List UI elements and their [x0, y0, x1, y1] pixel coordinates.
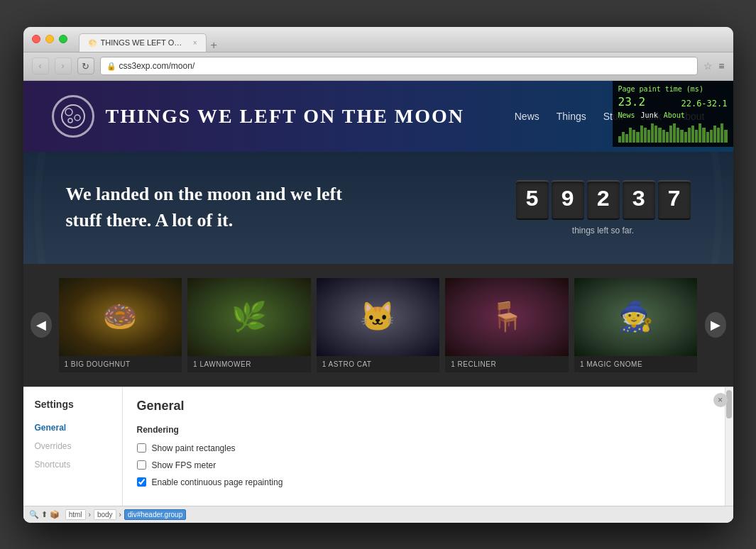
carousel-item-recliner[interactable]: 🪑 1 RECLINER — [445, 278, 569, 372]
tab-close-icon[interactable]: × — [193, 39, 197, 47]
paint-nav-junk[interactable]: Junk — [641, 111, 658, 119]
counter-digits: 5 9 2 3 7 — [516, 180, 691, 220]
svg-point-3 — [68, 118, 72, 123]
nav-item-news[interactable]: News — [515, 111, 539, 122]
bottom-tag-divgroup[interactable]: div#header.group — [124, 509, 186, 520]
continuous-repainting-checkbox[interactable] — [137, 477, 146, 487]
counter-area: 5 9 2 3 7 things left so far. — [516, 180, 691, 235]
site-title: THINGS WE LEFT ON THE MOON — [106, 105, 465, 128]
carousel-caption-gnome: 1 MAGIC GNOME — [574, 356, 698, 372]
doughnut-emoji: 🍩 — [102, 300, 138, 333]
forward-button[interactable]: › — [55, 57, 72, 74]
bottom-tag-html[interactable]: html — [65, 509, 86, 520]
bottom-bar: 🔍 ⬆ 📦 html › body › div#header.group — [23, 506, 733, 523]
back-button[interactable]: ‹ — [32, 57, 49, 74]
devtools-option-fps: Show FPS meter — [137, 460, 711, 470]
devtools-option-continuous: Enable continuous page repainting — [137, 477, 711, 487]
next-arrow-icon: ▶ — [705, 312, 726, 338]
scrollbar-thumb[interactable] — [726, 390, 732, 418]
digit-3: 3 — [623, 180, 655, 220]
devtools-close-button[interactable]: × — [713, 393, 728, 407]
svg-point-2 — [75, 115, 80, 121]
paint-rects-checkbox[interactable] — [137, 443, 146, 453]
devtools-layout: Settings General Overrides Shortcuts Gen… — [23, 387, 733, 506]
prev-arrow-icon: ◀ — [31, 312, 52, 338]
cat-emoji: 🐱 — [360, 300, 395, 333]
paint-value-main: 23.2 — [618, 95, 646, 109]
devtools-main-title: General — [137, 399, 711, 414]
recliner-emoji: 🪑 — [489, 300, 525, 333]
carousel-img-doughnut: 🍩 — [59, 278, 182, 356]
devtools-sidebar-title: Settings — [23, 399, 122, 418]
browser-menu-button[interactable]: ≡ — [718, 60, 724, 72]
forward-icon: › — [62, 61, 65, 71]
browser-tab[interactable]: 🌕 THINGS WE LEFT ON THE M × — [79, 33, 207, 52]
address-bar[interactable]: 🔒 css3exp.com/moon/ — [100, 57, 699, 75]
carousel-img-gnome: 🧙 — [574, 278, 698, 356]
devtools-icons: 🔍 ⬆ 📦 — [29, 510, 60, 519]
back-icon: ‹ — [39, 61, 42, 71]
address-text: css3exp.com/moon/ — [119, 61, 195, 71]
carousel-img-lawnmower: 🌿 — [187, 278, 311, 356]
maximize-button[interactable] — [59, 35, 67, 43]
digit-5: 5 — [516, 180, 549, 220]
carousel-next-button[interactable]: ▶ — [698, 298, 733, 352]
fps-checkbox[interactable] — [137, 460, 146, 470]
carousel-caption-cat: 1 ASTRO CAT — [317, 356, 440, 372]
devtools-sidebar: Settings General Overrides Shortcuts — [23, 387, 123, 506]
devtools-sidebar-item-general[interactable]: General — [23, 418, 122, 437]
carousel-item-lawnmower[interactable]: 🌿 1 LAWNMOWER — [187, 278, 311, 372]
gnome-emoji: 🧙 — [618, 300, 654, 333]
carousel-item-cat[interactable]: 🐱 1 ASTRO CAT — [317, 278, 440, 372]
hero-text: We landed on the moon and we left stuff … — [66, 182, 350, 233]
close-button[interactable] — [32, 35, 40, 43]
carousel-prev-button[interactable]: ◀ — [23, 298, 59, 352]
paint-rects-label[interactable]: Show paint rectangles — [152, 443, 236, 453]
svg-point-0 — [62, 105, 84, 128]
carousel-caption-doughnut: 1 BIG DOUGHNUT — [59, 356, 182, 372]
tab-favicon-icon: 🌕 — [88, 39, 97, 47]
digit-7: 7 — [658, 180, 691, 220]
continuous-repainting-label[interactable]: Enable continuous page repainting — [152, 477, 283, 487]
carousel-img-recliner: 🪑 — [445, 278, 569, 356]
title-bar: 🌕 THINGS WE LEFT ON THE M × + — [23, 27, 733, 52]
bottom-tag-body[interactable]: body — [94, 509, 116, 520]
hero-section: We landed on the moon and we left stuff … — [23, 152, 733, 264]
digit-9: 9 — [552, 180, 584, 220]
browser-window: 🌕 THINGS WE LEFT ON THE M × + ‹ › ↻ 🔒 cs… — [23, 27, 733, 523]
address-lock-icon: 🔒 — [106, 62, 116, 71]
devtools-panel: × Settings General Overrides Shortcuts G… — [23, 387, 733, 523]
tab-title: THINGS WE LEFT ON THE M — [101, 38, 186, 47]
paint-time-overlay: Page paint time (ms) 23.2 22.6-32.1 News… — [613, 81, 733, 147]
refresh-button[interactable]: ↻ — [77, 57, 94, 74]
paint-nav-news[interactable]: News — [618, 111, 635, 119]
lawnmower-emoji: 🌿 — [231, 300, 267, 333]
site-logo — [52, 95, 94, 138]
bookmark-button[interactable]: ☆ — [703, 60, 713, 72]
paint-value-range: 22.6-32.1 — [681, 99, 727, 109]
devtools-section-rendering: Rendering — [137, 425, 711, 435]
logo-svg — [59, 102, 87, 131]
counter-label: things left so far. — [572, 226, 634, 235]
devtools-option-paint-rects: Show paint rectangles — [137, 443, 711, 453]
tab-bar: 🌕 THINGS WE LEFT ON THE M × + — [79, 27, 221, 52]
refresh-icon: ↻ — [82, 61, 89, 72]
minimize-button[interactable] — [45, 35, 54, 43]
devtools-main: General Rendering Show paint rectangles … — [123, 387, 725, 506]
carousel-items: 🍩 1 BIG DOUGHNUT 🌿 1 LAWNMOWER 🐱 1 ASTRO… — [59, 278, 698, 372]
carousel-item-doughnut[interactable]: 🍩 1 BIG DOUGHNUT — [59, 278, 182, 372]
carousel-item-gnome[interactable]: 🧙 1 MAGIC GNOME — [574, 278, 698, 372]
fps-label[interactable]: Show FPS meter — [152, 460, 217, 470]
devtools-sidebar-item-shortcuts[interactable]: Shortcuts — [23, 455, 122, 474]
paint-title: Page paint time (ms) — [618, 85, 728, 93]
logo-area: THINGS WE LEFT ON THE MOON — [52, 95, 465, 138]
svg-point-1 — [65, 109, 72, 116]
nav-item-things[interactable]: Things — [557, 111, 586, 122]
digit-2: 2 — [587, 180, 620, 220]
traffic-lights — [32, 35, 67, 43]
devtools-sidebar-item-overrides[interactable]: Overrides — [23, 437, 122, 455]
bottom-separator-2: › — [119, 511, 121, 518]
paint-nav-about[interactable]: About — [664, 111, 685, 119]
new-tab-button[interactable]: + — [207, 39, 221, 52]
carousel-section: ◀ 🍩 1 BIG DOUGHNUT 🌿 1 LAWNMOWER — [23, 264, 733, 387]
